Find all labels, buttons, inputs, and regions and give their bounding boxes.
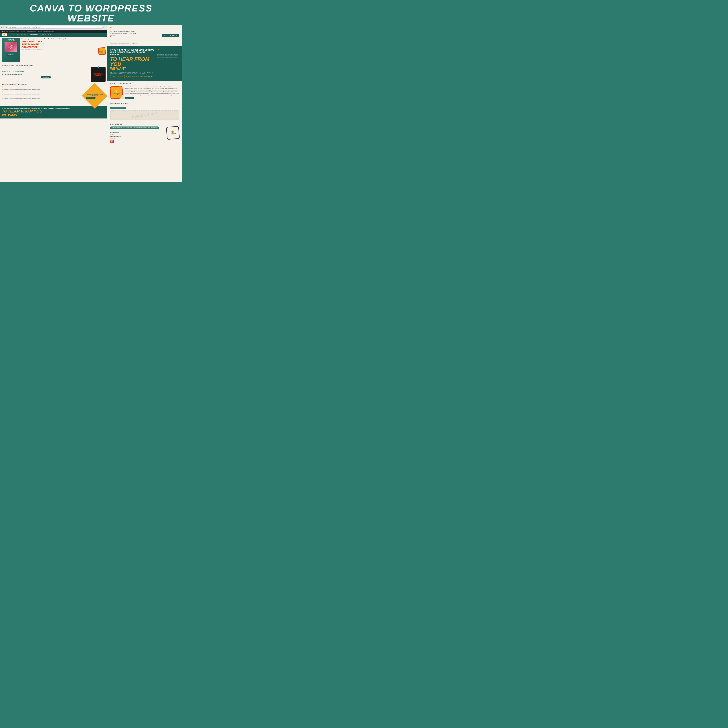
quote-mark-2: ": [2, 91, 84, 93]
mag-name: KIDS-ZONE: [6, 40, 15, 42]
wp-admin-bar: 🏠 Kids Zone Customize + New Edit Page Ed…: [0, 30, 107, 33]
as-right-row: IF YOU ARE AN AFTER-SCHOOL CLUB, BIRTHDA…: [110, 49, 179, 78]
about-text: You know when you move to a new place an…: [125, 86, 179, 96]
magazine-cover: JUNE 2024 KIDS-ZONE CAMPSFORSUMMER2024 G…: [2, 38, 20, 62]
quote-text-3: We used to have this where I'm from I wi…: [2, 98, 84, 99]
contact-logo: 😊 KIDS-ZONE.CH: [166, 126, 180, 140]
svg-point-1: [112, 141, 112, 142]
issue-section: IN THIS ISSUE YOU WILL ALSO FIND EVENTS …: [0, 63, 107, 83]
hero-title: THE DIRECTORYFOR SUMMERCAMPS 2024: [21, 40, 106, 49]
quote-main-text: We used to have this where I'm from Iwis…: [110, 31, 159, 37]
hero-tagline: Where you go when you want to know what …: [21, 38, 106, 40]
maximize-dot[interactable]: [6, 27, 7, 28]
nav-partner[interactable]: PARTNER-OPPS: [30, 34, 38, 35]
diamond-cta: WE LOVE HEARING YOUR IDEAS PLEASE TELL U…: [82, 83, 107, 109]
we-want-left: TO HEAR FROM YOU: [2, 109, 106, 113]
about-content: 😊 KIDS-ZONE.CH You know when you move to…: [110, 86, 179, 99]
admin-item-wpcode[interactable]: WPCode: [38, 31, 42, 32]
issue-item-1: EVENTS NOT TO BE MISSED: [2, 70, 90, 72]
contact-logo-text: KIDS-ZONE.CH: [170, 133, 176, 136]
edit-page-link[interactable]: Edit Page: [21, 31, 25, 32]
social-label: SOCIAL: [110, 138, 165, 139]
read-current-issue-button[interactable]: READ CURRENT ISSUE: [110, 107, 126, 109]
issue-list: EVENTS NOT TO BE MISSED TOP TIPS FOR BUC…: [2, 70, 90, 78]
admin-item-kidszone[interactable]: 🏠 Kids Zone: [2, 31, 8, 32]
nav-links: Home Current Issue Keep in touch PARTNER…: [9, 34, 63, 35]
send-email-button[interactable]: SEND US AN EMAIL: [110, 75, 125, 78]
issue-item-2: TOP TIPS FOR BUCKET LIST VISIT TO INTERL…: [2, 72, 90, 73]
site-logo-small: KIDSZONE: [2, 33, 7, 37]
about-logo-text: KIDS-ZONE.CH: [113, 93, 120, 95]
quote-left-block: " We used to have this where I'm from Iw…: [110, 27, 159, 44]
prev-issues-title: PREVIOUS ISSUES: [110, 103, 179, 105]
readers-title: WHAT READERS ARE SAYING: [2, 84, 106, 86]
after-school-right: IF YOU ARE AN AFTER-SCHOOL CLUB, BIRTHDA…: [107, 46, 182, 81]
nav-directory[interactable]: The Directory: [48, 34, 54, 35]
contact-content: SIGN UP FOR FUTURE COMMUNICATIONS - REGU…: [110, 127, 179, 143]
admin-item-customize[interactable]: Customize: [9, 31, 15, 32]
menu-icon[interactable]: ⋮: [105, 27, 106, 28]
top-banner: CANVA TO WORDPRESSWEBSITE: [0, 0, 182, 25]
keep-in-touch-button[interactable]: KEEP IN TOUCH: [86, 97, 96, 99]
mag-tag: GENEVA & VAUD • ISSUE NO. 1: [5, 52, 16, 54]
coming-soon-box: COMING SOON: [110, 110, 179, 120]
we-want-sub: WE WANT: [2, 113, 106, 117]
big-quote-mark-2: ": [110, 38, 159, 41]
issue-item-3: WHERE TO FIND SUMMER VIBES: [2, 74, 90, 75]
right-column: " We used to have this where I'm from Iw…: [107, 25, 182, 182]
logo-text: ⭐KIDS-ZONE.CH: [99, 49, 105, 53]
big-quote-mark: ": [110, 27, 159, 31]
keep-in-touch-button-right[interactable]: KEEP IN TOUCH: [162, 34, 179, 37]
contact-title: CONTACT US: [110, 123, 179, 125]
close-dot[interactable]: [1, 27, 2, 28]
about-logo-container: 😊 KIDS-ZONE.CH: [110, 86, 123, 99]
main-title: CANVA TO WORDPRESSWEBSITE: [4, 3, 178, 23]
main-area: Your website is in Coming Soon mode. Lau…: [0, 25, 182, 182]
after-school-section-left: IF YOU ARE AN AFTER-SCHOOL CLUB, BIRTHDA…: [0, 106, 107, 118]
nav-work-with-us[interactable]: Work With Us: [40, 34, 46, 35]
as-we-want-2: WE WANT: [110, 67, 156, 70]
quote-2: " We used to have this where I'm from I …: [2, 91, 84, 95]
diamond-text: WE LOVE HEARING YOUR IDEAS PLEASE TELL U…: [86, 92, 104, 99]
instagram-icon[interactable]: [110, 139, 114, 143]
hero-text: Where you go when you want to know what …: [21, 38, 106, 62]
browser-chrome: Your website is in Coming Soon mode. Lau…: [0, 25, 107, 30]
nav-current-issue[interactable]: Current Issue: [14, 34, 20, 35]
minimize-dot[interactable]: [3, 27, 5, 28]
admin-item-elementor[interactable]: Edit with Elementor: [27, 31, 36, 32]
quote-text-1: We used to have this where I'm from I wi…: [2, 89, 84, 90]
svg-point-2: [112, 141, 113, 141]
admin-item-new[interactable]: + New: [16, 31, 19, 32]
about-title: ABOUT KIDS-ZONE.CH: [110, 83, 179, 85]
quote-3: " We used to have this where I'm from I …: [2, 96, 84, 99]
nav-keep-in-touch[interactable]: Keep in touch: [21, 34, 28, 35]
quote-1: " We used to have this where I'm from I …: [2, 87, 84, 90]
svg-rect-0: [111, 141, 113, 142]
about-section: ABOUT KIDS-ZONE.CH 😊 KIDS-ZONE.CH You kn…: [107, 81, 182, 101]
quote-mark-3: ": [2, 96, 84, 98]
nav-latest[interactable]: Latest Updates: [56, 34, 63, 35]
pin-icon: [97, 66, 99, 68]
as-quote-mark: ": [158, 49, 179, 52]
quote-text-2: We used to have this where I'm from I wi…: [2, 93, 84, 95]
about-read-more[interactable]: READ NOW: [125, 97, 134, 99]
issue-read-now[interactable]: READ NOW: [41, 76, 51, 78]
read-now-button[interactable]: READ NOW: [7, 54, 15, 56]
admin-item-godaddy[interactable]: GoDaddy Quick Links: [43, 31, 54, 32]
quotes-grid: " We used to have this where I'm from I …: [2, 87, 106, 105]
as-we-want: TO HEAR FROM YOU: [110, 57, 156, 67]
dir-card-title: THE DIRECTORY FOR SUMMER CAMPS 2024: [92, 72, 105, 76]
browser-icons: ⟳ ⋮: [103, 27, 106, 28]
as-title: IF YOU ARE AN AFTER-SCHOOL CLUB, BIRTHDA…: [110, 49, 156, 56]
site-nav: KIDSZONE Home Current Issue Keep in touc…: [0, 33, 107, 37]
nav-home[interactable]: Home: [9, 34, 12, 35]
diamond-container: WE LOVE HEARING YOUR IDEAS PLEASE TELL U…: [86, 87, 106, 105]
newsletter-signup-button[interactable]: SIGN UP FOR FUTURE COMMUNICATIONS - REGU…: [110, 127, 159, 129]
address-bar[interactable]: Your website is in Coming Soon mode. Lau…: [8, 26, 102, 29]
refresh-icon[interactable]: ⟳: [103, 27, 104, 28]
left-column: Your website is in Coming Soon mode. Lau…: [0, 25, 107, 182]
directory-card: THE DIRECTORY FOR SUMMER CAMPS 2024: [91, 67, 106, 82]
as-buttons: SEND US AN EMAIL READ MORE ABOUT HOW WE …: [110, 75, 156, 78]
email-value: info@kids-zone.ch: [110, 136, 165, 137]
how-we-work-button[interactable]: READ MORE ABOUT HOW WE WORK: [127, 75, 151, 78]
